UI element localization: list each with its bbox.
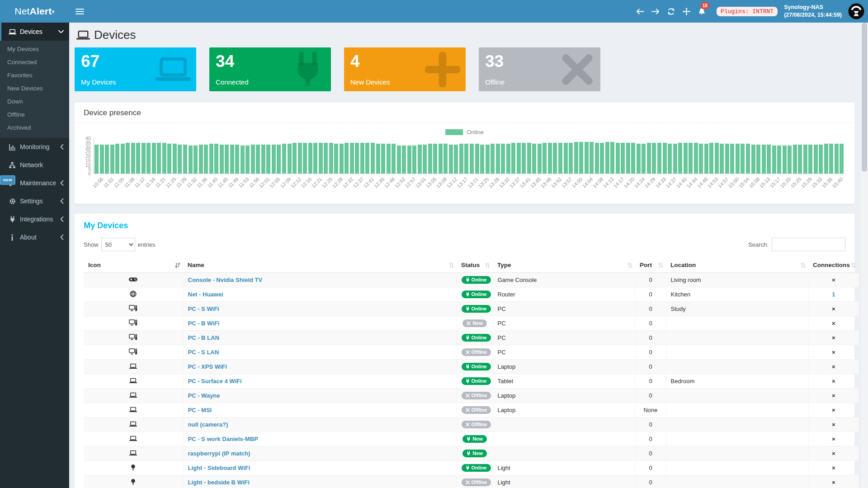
x-tick-label: 13:57 (561, 176, 573, 189)
x-tick-label: 14:29 (644, 176, 656, 189)
device-name-link[interactable]: Light - bedside B WiFi (188, 479, 250, 486)
sidebar-subitem-new-devices[interactable]: New Devices (0, 82, 69, 95)
chart-legend[interactable]: Online (75, 123, 854, 138)
device-name-link[interactable]: null (camera?) (188, 421, 228, 428)
sidebar-subitem-favorites[interactable]: Favorites (0, 69, 69, 82)
device-type: PC (493, 316, 635, 331)
x-tick-label: 14:04 (581, 176, 594, 189)
sidebar-item-monitoring[interactable]: Monitoring (0, 138, 69, 156)
device-name-link[interactable]: PC - MSI (188, 407, 212, 413)
sidebar-subitem-connected[interactable]: Connected (0, 56, 69, 69)
x-tick-label: 12:21 (310, 176, 323, 189)
app-logo[interactable]: NetAlertx (0, 0, 69, 23)
search-input[interactable] (772, 238, 845, 251)
page-length-select[interactable]: 50 (101, 238, 135, 251)
no-connections-mark: × (808, 461, 859, 475)
column-header-icon[interactable]: Icon (84, 258, 183, 273)
sidebar-item-devices[interactable]: Devices (0, 23, 69, 41)
device-name-link[interactable]: PC - S LAN (188, 349, 219, 356)
status-badge: Online (462, 305, 491, 313)
notifications-button[interactable]: 15 (694, 0, 709, 23)
scrollbar-thumb[interactable] (862, 23, 867, 172)
chart-bar (454, 145, 458, 174)
column-header-connections[interactable]: Connections (808, 258, 859, 273)
chart-bar (642, 144, 646, 174)
status-badge: Online (462, 276, 491, 284)
column-header-name[interactable]: Name (183, 258, 457, 273)
nav-refresh-button[interactable] (663, 0, 679, 23)
globe-icon (130, 291, 137, 297)
device-type: Laptop (493, 389, 635, 403)
page-title: Devices (76, 28, 854, 42)
device-name-link[interactable]: Light - Sideboard WiFi (188, 465, 250, 471)
x-tick-label: 13:52 (550, 176, 563, 189)
status-badge: Online (462, 334, 491, 342)
chart-bar (397, 145, 401, 174)
show-label: Show (84, 241, 99, 248)
device-name-link[interactable]: PC - Wayne (188, 392, 220, 399)
sidebar-item-integrations[interactable]: Integrations (0, 210, 69, 228)
table-row: PC - S work Daniels-MBPNew0× (84, 432, 859, 446)
sidebar-item-network[interactable]: Network (0, 156, 69, 174)
computer-icon (129, 319, 137, 326)
devices-table: IconNameStatusTypePortLocationConnection… (84, 258, 859, 488)
sidebar-item-label: Settings (20, 197, 60, 205)
status-label: Offline (472, 480, 487, 485)
connections-count-link[interactable]: 1 (832, 291, 835, 298)
column-header-location[interactable]: Location (666, 258, 808, 273)
chart-bar (272, 145, 276, 174)
chart-bar (199, 145, 203, 174)
user-avatar[interactable] (848, 3, 864, 19)
badge-plug-icon (466, 465, 470, 470)
nav-maximize-button[interactable] (679, 0, 694, 23)
sidebar-subitem-archived[interactable]: Archived (0, 121, 69, 134)
summary-card-connected[interactable]: 34Connected (209, 47, 331, 91)
device-name-link[interactable]: PC - XPS WiFi (188, 363, 227, 370)
device-name-link[interactable]: Console - Nvidia Shield TV (188, 277, 263, 283)
device-port: 0 (635, 331, 666, 345)
legend-swatch (445, 129, 463, 135)
device-name-link[interactable]: PC - B WiFi (188, 320, 220, 327)
device-name-link[interactable]: PC - B LAN (188, 334, 219, 341)
column-header-status[interactable]: Status (457, 258, 493, 273)
device-name-link[interactable]: PC - S work Daniels-MBP (188, 436, 258, 442)
chart-bar (298, 143, 302, 174)
chevron-left-icon (60, 235, 64, 240)
chart-bar (292, 143, 297, 174)
x-tick-label: 11:21 (154, 176, 166, 188)
sidebar-subitem-my-devices[interactable]: My Devices (0, 42, 69, 56)
chart-bar (605, 142, 609, 174)
column-header-type[interactable]: Type (493, 258, 635, 273)
nav-back-button[interactable] (632, 0, 648, 23)
summary-card-my-devices[interactable]: 67My Devices (75, 47, 196, 91)
device-name-link[interactable]: Net - Huawei (188, 291, 223, 298)
table-row: PC - XPS WiFiOnlineLaptop0× (84, 360, 859, 374)
chart-bar (443, 144, 448, 174)
nav-forward-button[interactable] (648, 0, 663, 23)
entries-label: entries (138, 241, 156, 248)
summary-card-new-devices[interactable]: 4New Devices (344, 47, 466, 91)
sidebar-item-settings[interactable]: Settings (0, 192, 69, 210)
sidebar-item-about[interactable]: About (0, 228, 69, 246)
summary-card-offline[interactable]: 33Offline (479, 47, 600, 91)
column-header-label: Location (670, 262, 696, 268)
chart-bar (131, 143, 135, 174)
device-name-link[interactable]: PC - Surface 4 WiFi (188, 378, 242, 385)
device-type: Game Console (493, 273, 635, 287)
sidebar-subitem-down[interactable]: Down (0, 95, 69, 108)
chart-bar (157, 143, 161, 174)
x-tick-label: 13:32 (498, 176, 510, 189)
no-connections-mark: × (808, 331, 859, 345)
plugins-status-badge[interactable]: Plugins: INTRNT (717, 7, 778, 16)
column-header-port[interactable]: Port (635, 258, 666, 273)
chart-bar (741, 144, 745, 174)
chart-bar (506, 144, 510, 174)
laptop-icon (8, 29, 16, 35)
device-type: Tablet (493, 374, 635, 389)
device-name-link[interactable]: PC - S WiFi (188, 305, 219, 312)
sidebar-subitem-offline[interactable]: Offline (0, 108, 69, 121)
device-name-link[interactable]: raspberrypi (IP match) (188, 450, 250, 457)
x-tick-label: 12:28 (331, 176, 344, 189)
sidebar-toggle-button[interactable] (69, 0, 90, 23)
x-tick-label: 13:25 (477, 176, 490, 189)
